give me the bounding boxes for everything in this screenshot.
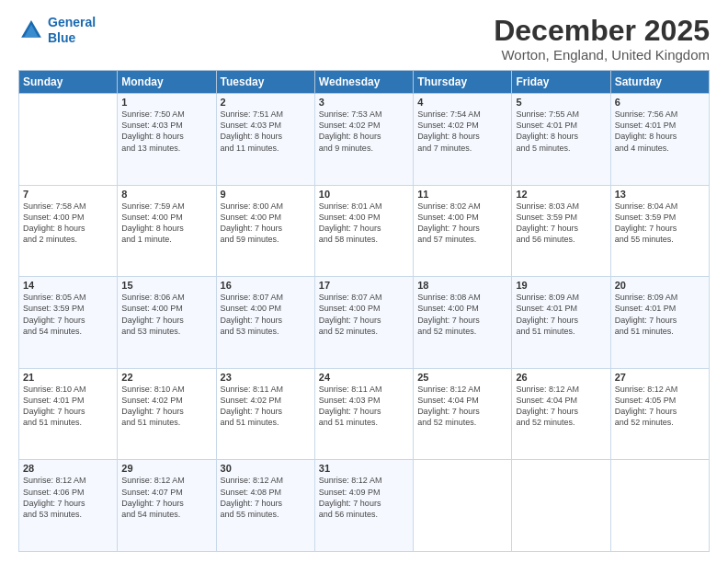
week-row-1: 7Sunrise: 7:58 AM Sunset: 4:00 PM Daylig… (19, 185, 710, 277)
day-number: 6 (615, 97, 705, 108)
cell-text: Sunrise: 8:03 AM Sunset: 3:59 PM Dayligh… (516, 201, 606, 246)
day-number: 16 (221, 280, 311, 291)
cell-text: Sunrise: 8:12 AM Sunset: 4:05 PM Dayligh… (615, 384, 705, 429)
table-row: 29Sunrise: 8:12 AM Sunset: 4:07 PM Dayli… (118, 460, 216, 552)
cell-text: Sunrise: 8:09 AM Sunset: 4:01 PM Dayligh… (615, 292, 705, 337)
col-thursday: Thursday (414, 71, 512, 94)
table-row: 27Sunrise: 8:12 AM Sunset: 4:05 PM Dayli… (610, 368, 709, 460)
day-number: 3 (319, 97, 409, 108)
table-row: 13Sunrise: 8:04 AM Sunset: 3:59 PM Dayli… (610, 185, 709, 277)
cell-text: Sunrise: 7:50 AM Sunset: 4:03 PM Dayligh… (121, 109, 211, 154)
day-number: 29 (121, 463, 211, 474)
table-row: 30Sunrise: 8:12 AM Sunset: 4:08 PM Dayli… (216, 460, 314, 552)
table-row: 15Sunrise: 8:06 AM Sunset: 4:00 PM Dayli… (118, 277, 216, 369)
day-number: 23 (221, 372, 311, 383)
table-row: 25Sunrise: 8:12 AM Sunset: 4:04 PM Dayli… (414, 368, 512, 460)
table-row: 26Sunrise: 8:12 AM Sunset: 4:04 PM Dayli… (512, 368, 610, 460)
day-number: 21 (23, 372, 113, 383)
table-row: 11Sunrise: 8:02 AM Sunset: 4:00 PM Dayli… (414, 185, 512, 277)
cell-text: Sunrise: 8:02 AM Sunset: 4:00 PM Dayligh… (417, 201, 507, 246)
subtitle: Worton, England, United Kingdom (494, 47, 710, 63)
cell-text: Sunrise: 7:51 AM Sunset: 4:03 PM Dayligh… (221, 109, 311, 154)
table-row: 3Sunrise: 7:53 AM Sunset: 4:02 PM Daylig… (314, 94, 413, 186)
cell-text: Sunrise: 8:07 AM Sunset: 4:00 PM Dayligh… (319, 292, 409, 337)
col-wednesday: Wednesday (314, 71, 413, 94)
week-row-2: 14Sunrise: 8:05 AM Sunset: 3:59 PM Dayli… (19, 277, 710, 369)
day-number: 24 (319, 372, 409, 383)
day-number: 25 (417, 372, 507, 383)
cell-text: Sunrise: 7:55 AM Sunset: 4:01 PM Dayligh… (516, 109, 606, 154)
cell-text: Sunrise: 7:59 AM Sunset: 4:00 PM Dayligh… (121, 201, 211, 246)
day-number: 10 (319, 189, 409, 200)
table-row: 1Sunrise: 7:50 AM Sunset: 4:03 PM Daylig… (118, 94, 216, 186)
table-row: 18Sunrise: 8:08 AM Sunset: 4:00 PM Dayli… (414, 277, 512, 369)
header: General Blue December 2025 Worton, Engla… (18, 15, 710, 63)
col-saturday: Saturday (610, 71, 709, 94)
day-number: 27 (615, 372, 705, 383)
calendar-table: Sunday Monday Tuesday Wednesday Thursday… (18, 70, 710, 552)
table-row: 17Sunrise: 8:07 AM Sunset: 4:00 PM Dayli… (314, 277, 413, 369)
cell-text: Sunrise: 8:00 AM Sunset: 4:00 PM Dayligh… (221, 201, 311, 246)
day-number: 13 (615, 189, 705, 200)
cell-text: Sunrise: 8:11 AM Sunset: 4:03 PM Dayligh… (319, 384, 409, 429)
day-number: 31 (319, 463, 409, 474)
cell-text: Sunrise: 7:58 AM Sunset: 4:00 PM Dayligh… (23, 201, 113, 246)
day-number: 2 (221, 97, 311, 108)
day-number: 12 (516, 189, 606, 200)
cell-text: Sunrise: 8:12 AM Sunset: 4:07 PM Dayligh… (121, 475, 211, 520)
table-row: 28Sunrise: 8:12 AM Sunset: 4:06 PM Dayli… (19, 460, 118, 552)
table-row: 14Sunrise: 8:05 AM Sunset: 3:59 PM Dayli… (19, 277, 118, 369)
table-row: 16Sunrise: 8:07 AM Sunset: 4:00 PM Dayli… (216, 277, 314, 369)
day-number: 28 (23, 463, 113, 474)
day-number: 19 (516, 280, 606, 291)
day-number: 1 (121, 97, 211, 108)
cell-text: Sunrise: 8:10 AM Sunset: 4:02 PM Dayligh… (121, 384, 211, 429)
day-number: 15 (121, 280, 211, 291)
cell-text: Sunrise: 8:05 AM Sunset: 3:59 PM Dayligh… (23, 292, 113, 337)
day-number: 7 (23, 189, 113, 200)
table-row: 7Sunrise: 7:58 AM Sunset: 4:00 PM Daylig… (19, 185, 118, 277)
day-number: 14 (23, 280, 113, 291)
day-number: 26 (516, 372, 606, 383)
day-number: 30 (221, 463, 311, 474)
cell-text: Sunrise: 8:12 AM Sunset: 4:04 PM Dayligh… (516, 384, 606, 429)
table-row (19, 94, 118, 186)
day-number: 8 (121, 189, 211, 200)
cell-text: Sunrise: 8:06 AM Sunset: 4:00 PM Dayligh… (121, 292, 211, 337)
cell-text: Sunrise: 8:10 AM Sunset: 4:01 PM Dayligh… (23, 384, 113, 429)
week-row-0: 1Sunrise: 7:50 AM Sunset: 4:03 PM Daylig… (19, 94, 710, 186)
table-row: 5Sunrise: 7:55 AM Sunset: 4:01 PM Daylig… (512, 94, 610, 186)
day-number: 22 (121, 372, 211, 383)
cell-text: Sunrise: 8:12 AM Sunset: 4:06 PM Dayligh… (23, 475, 113, 520)
day-number: 20 (615, 280, 705, 291)
cell-text: Sunrise: 7:54 AM Sunset: 4:02 PM Dayligh… (417, 109, 507, 154)
table-row: 31Sunrise: 8:12 AM Sunset: 4:09 PM Dayli… (314, 460, 413, 552)
day-number: 17 (319, 280, 409, 291)
day-number: 5 (516, 97, 606, 108)
table-row: 22Sunrise: 8:10 AM Sunset: 4:02 PM Dayli… (118, 368, 216, 460)
logo: General Blue (18, 15, 96, 46)
cell-text: Sunrise: 8:12 AM Sunset: 4:08 PM Dayligh… (221, 475, 311, 520)
col-friday: Friday (512, 71, 610, 94)
cell-text: Sunrise: 8:01 AM Sunset: 4:00 PM Dayligh… (319, 201, 409, 246)
table-row: 6Sunrise: 7:56 AM Sunset: 4:01 PM Daylig… (610, 94, 709, 186)
table-row (414, 460, 512, 552)
cell-text: Sunrise: 8:11 AM Sunset: 4:02 PM Dayligh… (221, 384, 311, 429)
table-row: 21Sunrise: 8:10 AM Sunset: 4:01 PM Dayli… (19, 368, 118, 460)
cell-text: Sunrise: 7:53 AM Sunset: 4:02 PM Dayligh… (319, 109, 409, 154)
title-block: December 2025 Worton, England, United Ki… (494, 15, 710, 63)
header-row: Sunday Monday Tuesday Wednesday Thursday… (19, 71, 710, 94)
table-row: 24Sunrise: 8:11 AM Sunset: 4:03 PM Dayli… (314, 368, 413, 460)
day-number: 18 (417, 280, 507, 291)
day-number: 9 (221, 189, 311, 200)
table-row: 20Sunrise: 8:09 AM Sunset: 4:01 PM Dayli… (610, 277, 709, 369)
table-row (512, 460, 610, 552)
col-tuesday: Tuesday (216, 71, 314, 94)
week-row-3: 21Sunrise: 8:10 AM Sunset: 4:01 PM Dayli… (19, 368, 710, 460)
cell-text: Sunrise: 8:08 AM Sunset: 4:00 PM Dayligh… (417, 292, 507, 337)
logo-text: General Blue (48, 15, 96, 46)
table-row: 4Sunrise: 7:54 AM Sunset: 4:02 PM Daylig… (414, 94, 512, 186)
page: General Blue December 2025 Worton, Engla… (0, 0, 728, 563)
table-row: 19Sunrise: 8:09 AM Sunset: 4:01 PM Dayli… (512, 277, 610, 369)
table-row: 8Sunrise: 7:59 AM Sunset: 4:00 PM Daylig… (118, 185, 216, 277)
